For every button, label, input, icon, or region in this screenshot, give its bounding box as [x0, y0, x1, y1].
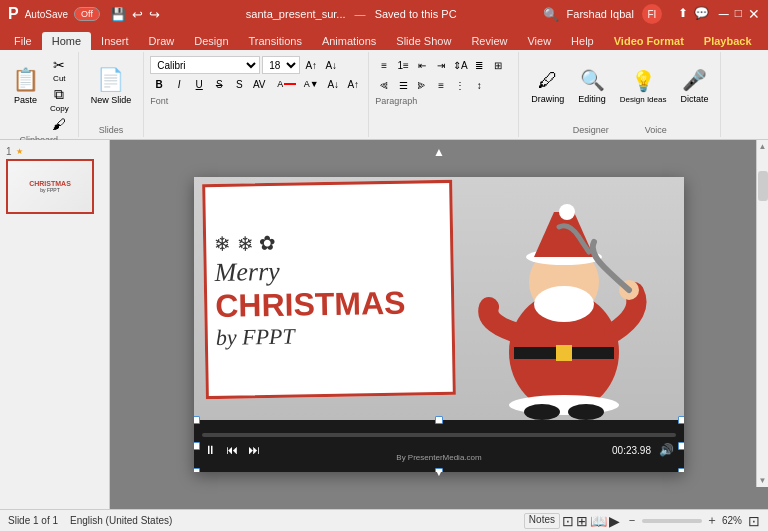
tab-playback[interactable]: Playback	[694, 32, 762, 50]
svg-point-10	[568, 404, 604, 420]
scroll-up-btn[interactable]: ▲	[433, 145, 445, 159]
decrease-text-btn[interactable]: A↓	[324, 75, 342, 93]
progress-bar[interactable]	[202, 433, 676, 437]
comments-btn[interactable]: 💬	[694, 6, 709, 22]
editing-button[interactable]: 🔍 Editing	[572, 56, 612, 116]
zoom-out-btn[interactable]: －	[626, 512, 638, 529]
center-btn[interactable]: ☰	[394, 76, 412, 94]
svg-point-9	[524, 404, 560, 420]
align-left-btn[interactable]: ⫷	[375, 76, 393, 94]
christmas-card[interactable]: ❄ ❄ ✿ Merry CHRISTMAS by FPPT	[202, 180, 456, 399]
scroll-thumb[interactable]	[758, 171, 768, 201]
ribbon-group-paragraph: ≡ 1≡ ⇤ ⇥ ⇕A ≣ ⊞ ⫷ ☰ ⫸ ≡ ⋮ ↕ Paragraph	[369, 52, 519, 137]
editing-icon: 🔍	[580, 68, 605, 92]
char-spacing-btn[interactable]: AV	[250, 75, 268, 93]
zoom-slider[interactable]	[642, 519, 702, 523]
text-highlight-btn[interactable]: A▼	[300, 75, 322, 93]
svg-point-8	[534, 286, 594, 322]
undo-btn[interactable]: ↩	[132, 7, 143, 22]
card-inner: ❄ ❄ ✿ Merry CHRISTMAS by FPPT	[205, 183, 453, 396]
decrease-font-btn[interactable]: A↓	[322, 56, 340, 74]
tab-insert[interactable]: Insert	[91, 32, 139, 50]
ribbon-group-font: Calibri 18 A↑ A↓ B I U S S AV A A▼ A↓ A↑	[144, 52, 369, 137]
justify-btn[interactable]: ≡	[432, 76, 450, 94]
copy-button[interactable]: ⧉ Copy	[47, 85, 72, 114]
font-color-btn[interactable]: A	[276, 75, 298, 93]
italic-btn[interactable]: I	[170, 75, 188, 93]
paste-icon: 📋	[12, 67, 39, 93]
new-slide-button[interactable]: 📄 New Slide	[85, 56, 138, 116]
zoom-in-btn[interactable]: ＋	[706, 512, 718, 529]
tab-review[interactable]: Review	[461, 32, 517, 50]
tab-animations[interactable]: Animations	[312, 32, 386, 50]
increase-indent-btn[interactable]: ⇥	[432, 56, 450, 74]
line-spacing-btn[interactable]: ↕	[470, 76, 488, 94]
scroll-down-arrow[interactable]: ▼	[759, 476, 767, 485]
maximize-btn[interactable]: □	[735, 6, 742, 22]
increase-font-btn[interactable]: A↑	[302, 56, 320, 74]
minimize-btn[interactable]: ─	[719, 6, 729, 22]
shadow-btn[interactable]: S	[230, 75, 248, 93]
bold-btn[interactable]: B	[150, 75, 168, 93]
tab-home[interactable]: Home	[42, 32, 91, 50]
smartart-btn[interactable]: ⊞	[489, 56, 507, 74]
autosave-label: AutoSave	[25, 9, 68, 20]
main-area: 1 ★ CHRISTMAS by FPPT ▲	[0, 140, 768, 509]
text-direction-btn[interactable]: ⇕A	[451, 56, 469, 74]
view-buttons: Notes ⊡ ⊞ 📖 ▶	[524, 513, 620, 529]
slide-thumbnail[interactable]: CHRISTMAS by FPPT	[6, 159, 94, 214]
app-logo: P	[8, 5, 19, 23]
slideshow-btn[interactable]: ▶	[609, 513, 620, 529]
strikethrough-btn[interactable]: S	[210, 75, 228, 93]
close-btn[interactable]: ✕	[748, 6, 760, 22]
decrease-indent-btn[interactable]: ⇤	[413, 56, 431, 74]
tab-draw[interactable]: Draw	[139, 32, 185, 50]
design-ideas-button[interactable]: 💡 Design Ideas	[614, 56, 673, 116]
share-btn[interactable]: ⬆	[678, 6, 688, 22]
quick-access-save[interactable]: 💾	[110, 7, 126, 22]
search-icon[interactable]: 🔍	[543, 7, 559, 22]
copy-icon: ⧉	[54, 86, 64, 103]
slide-number: 1 ★	[6, 146, 103, 157]
tab-view[interactable]: View	[517, 32, 561, 50]
user-avatar[interactable]: FI	[642, 4, 662, 24]
numbering-btn[interactable]: 1≡	[394, 56, 412, 74]
tab-design[interactable]: Design	[184, 32, 238, 50]
format-painter-button[interactable]: 🖌	[47, 115, 72, 133]
dictate-button[interactable]: 🎤 Dictate	[674, 56, 714, 116]
reading-view-btn[interactable]: 📖	[590, 513, 607, 529]
ribbon-group-drawing: 🖊 Drawing 🔍 Editing 💡 Design Ideas 🎤 Dic…	[519, 52, 721, 137]
zoom-level[interactable]: 62%	[722, 515, 742, 526]
font-name-select[interactable]: Calibri	[150, 56, 260, 74]
autosave-toggle[interactable]: Off	[74, 7, 100, 21]
increase-text-btn[interactable]: A↑	[344, 75, 362, 93]
tab-transitions[interactable]: Transitions	[239, 32, 312, 50]
clipboard-col: ✂ Cut ⧉ Copy 🖌	[47, 56, 72, 133]
bullets-btn[interactable]: ≡	[375, 56, 393, 74]
fit-button[interactable]: ⊡	[748, 513, 760, 529]
merry-text: Merry	[214, 257, 279, 288]
align-text-btn[interactable]: ≣	[470, 56, 488, 74]
font-size-select[interactable]: 18	[262, 56, 300, 74]
notes-button[interactable]: Notes	[524, 513, 560, 529]
align-right-btn[interactable]: ⫸	[413, 76, 431, 94]
santa-area	[444, 177, 684, 422]
tab-file[interactable]: File	[4, 32, 42, 50]
cut-button[interactable]: ✂ Cut	[47, 56, 72, 84]
drawing-button[interactable]: 🖊 Drawing	[525, 56, 570, 116]
tab-help[interactable]: Help	[561, 32, 604, 50]
new-slide-icon: 📄	[97, 67, 124, 93]
normal-view-btn[interactable]: ⊡	[562, 513, 574, 529]
slide-sorter-btn[interactable]: ⊞	[576, 513, 588, 529]
paste-button[interactable]: 📋 Paste	[6, 56, 45, 116]
scroll-up-arrow[interactable]: ▲	[759, 142, 767, 151]
tab-slide-show[interactable]: Slide Show	[386, 32, 461, 50]
scroll-bar[interactable]: ▲ ▼	[756, 140, 768, 487]
columns-btn[interactable]: ⋮	[451, 76, 469, 94]
slide-info: Slide 1 of 1	[8, 515, 58, 526]
slide-1-container[interactable]: 1 ★ CHRISTMAS by FPPT	[6, 146, 103, 214]
underline-btn[interactable]: U	[190, 75, 208, 93]
slides-content: 📄 New Slide	[85, 56, 138, 123]
redo-btn[interactable]: ↪	[149, 7, 160, 22]
tab-video-format[interactable]: Video Format	[604, 32, 694, 50]
